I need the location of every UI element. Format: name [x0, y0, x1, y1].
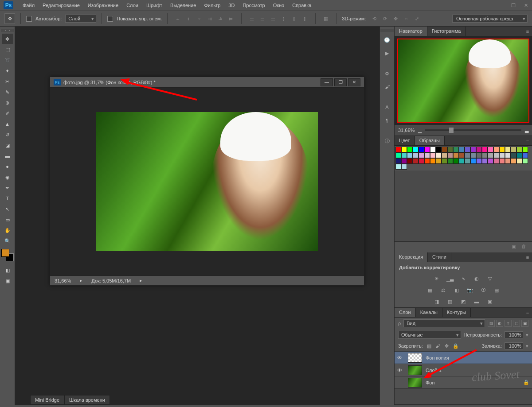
swatch[interactable]	[516, 147, 522, 152]
swatch[interactable]	[442, 147, 447, 152]
zoom-out-icon[interactable]: ▁	[418, 128, 422, 133]
swatch[interactable]	[447, 147, 453, 152]
dist-vcenter-icon[interactable]: ☰	[258, 14, 267, 23]
navigator-zoom[interactable]: 31,66%	[398, 128, 415, 133]
swatch[interactable]	[436, 158, 442, 164]
swatch[interactable]	[413, 152, 419, 158]
wand-tool[interactable]: ✦	[2, 66, 13, 76]
menu-edit[interactable]: Редактирование	[39, 1, 84, 10]
dist-top-icon[interactable]: ☰	[247, 14, 257, 23]
maximize-button[interactable]: ❐	[507, 0, 520, 10]
filter-type-icon[interactable]: T	[505, 320, 512, 327]
swatch[interactable]	[476, 152, 482, 158]
swatch[interactable]	[499, 152, 505, 158]
auto-select-checkbox[interactable]	[26, 16, 32, 22]
menu-image[interactable]: Изображение	[84, 1, 122, 10]
swatch[interactable]	[453, 152, 459, 158]
workspace-selector[interactable]: Основная рабочая среда	[452, 15, 528, 23]
3d-scale-icon[interactable]: ⤢	[412, 14, 422, 23]
swatch[interactable]	[442, 158, 447, 164]
swatch[interactable]	[516, 158, 522, 164]
fill-input[interactable]: 100%	[505, 342, 523, 349]
blend-mode-select[interactable]: Обычные	[398, 331, 461, 339]
swatch[interactable]	[424, 147, 430, 152]
lock-pixels-icon[interactable]: 🖌	[434, 342, 442, 349]
swatch[interactable]	[482, 158, 488, 164]
swatch[interactable]	[488, 147, 493, 152]
tab-adjustments[interactable]: Коррекция	[395, 252, 428, 262]
actions-panel-icon[interactable]: ▶	[382, 48, 392, 58]
doc-minimize-button[interactable]: —	[321, 78, 333, 86]
swatch[interactable]	[476, 147, 482, 152]
swatch[interactable]	[511, 147, 516, 152]
info-panel-icon[interactable]: ⓘ	[382, 136, 392, 146]
close-button[interactable]: ✕	[520, 0, 532, 10]
curves-icon[interactable]: ∿	[458, 275, 468, 283]
eraser-tool[interactable]: ◪	[2, 140, 13, 151]
stamp-tool[interactable]: ▲	[2, 119, 13, 129]
swatch[interactable]	[488, 152, 493, 158]
swatch[interactable]	[476, 158, 482, 164]
swatch[interactable]	[419, 152, 424, 158]
dist-right-icon[interactable]: ⫿	[300, 14, 310, 23]
document-zoom[interactable]: 31,66%	[55, 278, 71, 283]
menu-help[interactable]: Справка	[288, 1, 315, 10]
history-panel-icon[interactable]: 🕘	[382, 35, 392, 45]
brightness-icon[interactable]: ☀	[432, 275, 442, 283]
color-swatch[interactable]	[1, 249, 14, 261]
balance-icon[interactable]: ⚖	[438, 286, 448, 294]
dodge-tool[interactable]: ◉	[2, 172, 13, 182]
align-hcenter-icon[interactable]: ⫡	[215, 14, 225, 23]
swatch[interactable]	[430, 152, 436, 158]
pen-tool[interactable]: ✒	[2, 182, 13, 193]
zoom-in-icon[interactable]: ▃	[525, 128, 528, 133]
swatch[interactable]	[401, 158, 407, 164]
menu-filter[interactable]: Фильтр	[200, 1, 224, 10]
threshold-icon[interactable]: ◩	[458, 298, 468, 306]
layer-row[interactable]: 👁Слой 1	[395, 364, 532, 376]
swatch[interactable]	[401, 152, 407, 158]
eyedropper-tool[interactable]: ✎	[2, 87, 13, 97]
toolbox-handle[interactable]	[1, 29, 14, 32]
layer-name[interactable]: Слой 1	[426, 368, 442, 373]
tab-mini-bridge[interactable]: Mini Bridge	[30, 395, 64, 405]
zoom-slider[interactable]	[425, 129, 521, 131]
swatch[interactable]	[447, 158, 453, 164]
properties-panel-icon[interactable]: ⚙	[382, 68, 392, 79]
hand-tool[interactable]: ✋	[2, 225, 13, 236]
menu-layers[interactable]: Слои	[122, 1, 142, 10]
lasso-tool[interactable]: ➰	[2, 55, 13, 66]
3d-pan-icon[interactable]: ✥	[391, 14, 400, 23]
align-bottom-icon[interactable]: ⫟	[194, 14, 204, 23]
show-controls-checkbox[interactable]	[107, 16, 113, 22]
document-titlebar[interactable]: Ps фото.jpg @ 31,7% (Фон копия, RGB/8#) …	[50, 77, 364, 88]
swatch[interactable]	[499, 147, 505, 152]
align-top-icon[interactable]: ⫠	[173, 14, 183, 23]
screenmode-tool[interactable]: ▣	[2, 275, 13, 286]
swatch[interactable]	[493, 147, 499, 152]
lock-all-icon[interactable]: 🔒	[452, 342, 459, 349]
swatch[interactable]	[430, 158, 436, 164]
swatch[interactable]	[482, 147, 488, 152]
swatch[interactable]	[413, 158, 419, 164]
marquee-tool[interactable]: ⬚	[2, 44, 13, 55]
swatch[interactable]	[436, 147, 442, 152]
dock-handle[interactable]	[380, 29, 394, 32]
vibrance-icon[interactable]: ▽	[485, 275, 495, 283]
3d-orbit-icon[interactable]: ⟲	[369, 14, 379, 23]
layer-row[interactable]: Фон🔒	[395, 376, 532, 389]
shape-tool[interactable]: ▭	[2, 214, 13, 225]
swatch[interactable]	[470, 147, 476, 152]
color-menu[interactable]: ≡	[523, 136, 532, 145]
quickmask-tool[interactable]: ◧	[2, 265, 13, 275]
photo-filter-icon[interactable]: 📷	[465, 286, 475, 294]
3d-slide-icon[interactable]: ↔	[401, 14, 411, 23]
brush-tool[interactable]: ✐	[2, 108, 13, 119]
layer-thumbnail[interactable]	[408, 365, 422, 375]
swatch[interactable]	[447, 152, 453, 158]
tab-paths[interactable]: Контуры	[442, 308, 471, 317]
swatch[interactable]	[419, 158, 424, 164]
new-adj-icon[interactable]: ▣	[512, 244, 519, 251]
layer-name[interactable]: Фон копия	[426, 355, 449, 360]
swatch[interactable]	[395, 147, 401, 152]
